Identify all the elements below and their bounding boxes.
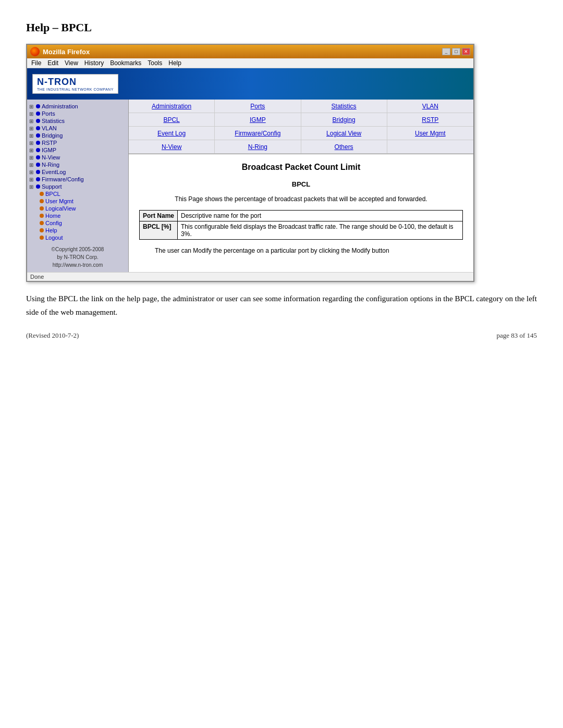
page-footer: (Revised 2010-7-2) page 83 of 145 (26, 331, 537, 340)
menu-view[interactable]: View (65, 59, 78, 67)
sidebar-item-logicalview[interactable]: LogicalView (40, 205, 126, 212)
sidebar-item-nring[interactable]: N-Ring (29, 161, 126, 168)
sidebar-item-rstp[interactable]: RSTP (29, 139, 126, 146)
table-cell-portname-label: Port Name (140, 211, 178, 221)
nav-cell-logicalview[interactable]: Logical View (301, 127, 387, 140)
nav-cell-nview[interactable]: N-View (129, 140, 215, 154)
footer-revised: (Revised 2010-7-2) (26, 331, 79, 340)
logo-sub: THE INDUSTRIAL NETWORK COMPANY (37, 88, 114, 91)
sidebar-item-usermgmt[interactable]: User Mgmt (40, 198, 126, 205)
nav-cell-eventlog[interactable]: Event Log (129, 127, 215, 140)
content-description: This Page shows the percentage of broadc… (139, 194, 463, 204)
nav-cell-others[interactable]: Others (301, 140, 387, 154)
table-cell-bpcl-value: This configurable field displays the Bro… (178, 221, 463, 240)
footer-page: page 83 of 145 (496, 331, 537, 340)
info-table: Port Name Descriptive name for the port … (139, 210, 463, 240)
close-button[interactable]: ✕ (462, 48, 470, 55)
nav-cell-firmware[interactable]: Firmware/Config (215, 127, 301, 140)
sidebar-item-bridging[interactable]: Bridging (29, 132, 126, 139)
minimize-button[interactable]: _ (442, 48, 450, 55)
browser-menubar: File Edit View History Bookmarks Tools H… (27, 58, 473, 68)
menu-help[interactable]: Help (168, 59, 181, 67)
sidebar-item-vlan[interactable]: VLAN (29, 125, 126, 132)
sidebar-item-nview[interactable]: N-View (29, 154, 126, 161)
menu-tools[interactable]: Tools (148, 59, 162, 67)
page-title: Help – BPCL (26, 21, 537, 34)
browser-window: Mozilla Firefox _ □ ✕ File Edit View His… (26, 44, 474, 282)
nav-cell-bpcl[interactable]: BPCL (129, 113, 215, 127)
menu-history[interactable]: History (84, 59, 104, 67)
menu-file[interactable]: File (31, 59, 41, 67)
content-area: Broadcast Packet Count Limit BPCL This P… (129, 154, 473, 272)
menu-bookmarks[interactable]: Bookmarks (110, 59, 141, 67)
table-cell-portname-value: Descriptive name for the port (178, 211, 463, 221)
maximize-button[interactable]: □ (452, 48, 460, 55)
nav-grid: Administration Ports Statistics VLAN BPC… (129, 100, 473, 154)
browser-titlebar: Mozilla Firefox _ □ ✕ (27, 45, 473, 58)
content-subtitle: BPCL (139, 180, 463, 188)
site-header: N-TRON THE INDUSTRIAL NETWORK COMPANY (27, 68, 473, 100)
description-text: Using the BPCL the link on the help page… (26, 292, 537, 319)
content-title: Broadcast Packet Count Limit (139, 163, 463, 172)
sidebar: Administration Ports Statistics VLAN Bri… (27, 100, 129, 272)
menu-edit[interactable]: Edit (47, 59, 58, 67)
sidebar-item-home[interactable]: Home (40, 212, 126, 219)
sidebar-item-eventlog[interactable]: EventLog (29, 168, 126, 176)
nav-cell-bridging[interactable]: Bridging (301, 113, 387, 127)
firefox-icon (30, 47, 40, 56)
sidebar-item-ports[interactable]: Ports (29, 110, 126, 117)
nav-cell-nring[interactable]: N-Ring (215, 140, 301, 154)
nav-cell-statistics[interactable]: Statistics (301, 100, 387, 113)
nav-cell-rstp[interactable]: RSTP (387, 113, 473, 127)
nav-cell-ports[interactable]: Ports (215, 100, 301, 113)
sidebar-item-igmp[interactable]: IGMP (29, 146, 126, 154)
status-bar: Done (27, 272, 473, 281)
sidebar-copyright: ©Copyright 2005-2008by N-TRON Corp.http:… (29, 245, 126, 269)
sidebar-item-config[interactable]: Config (40, 219, 126, 227)
sidebar-item-bpcl[interactable]: BPCL (40, 190, 126, 198)
sidebar-item-support[interactable]: Support (29, 183, 126, 190)
table-cell-bpcl-label: BPCL [%] (140, 221, 178, 240)
nav-cell-igmp[interactable]: IGMP (215, 113, 301, 127)
sidebar-item-statistics[interactable]: Statistics (29, 117, 126, 125)
sidebar-item-help[interactable]: Help (40, 227, 126, 234)
sidebar-item-logout[interactable]: Logout (40, 234, 126, 241)
table-row: Port Name Descriptive name for the port (140, 211, 463, 221)
sidebar-item-administration[interactable]: Administration (29, 103, 126, 110)
sidebar-item-firmware[interactable]: Firmware/Config (29, 176, 126, 183)
nav-cell-vlan[interactable]: VLAN (387, 100, 473, 113)
nav-cell-usermgmt[interactable]: User Mgmt (387, 127, 473, 140)
table-row: BPCL [%] This configurable field display… (140, 221, 463, 240)
nav-cell-administration[interactable]: Administration (129, 100, 215, 113)
browser-title: Mozilla Firefox (43, 48, 90, 56)
nav-cell-empty (387, 140, 473, 154)
content-note: The user can Modify the percentage on a … (155, 246, 463, 255)
logo-text: N-TRON (37, 77, 114, 88)
